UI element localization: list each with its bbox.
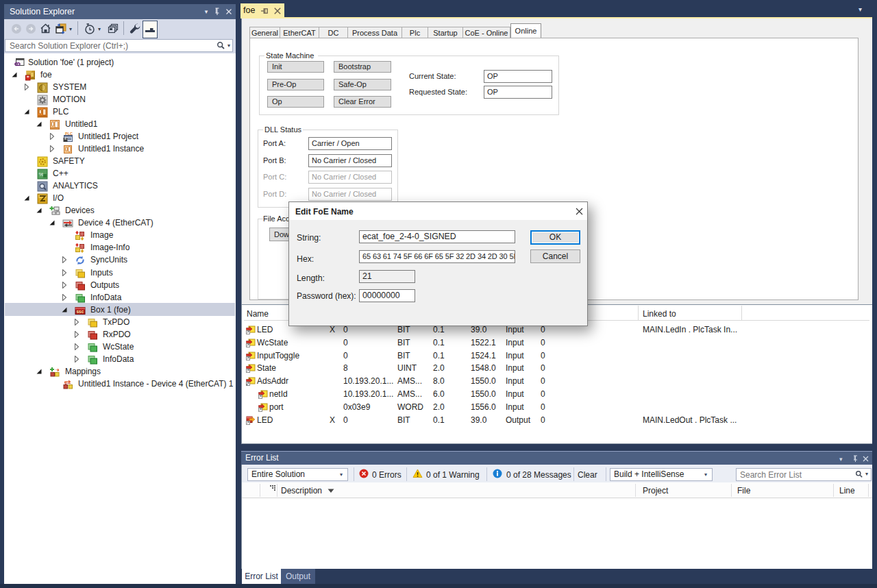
svg-text:ssc: ssc — [77, 309, 84, 314]
svg-text:%: % — [39, 171, 44, 177]
svg-text:s: s — [246, 382, 248, 386]
